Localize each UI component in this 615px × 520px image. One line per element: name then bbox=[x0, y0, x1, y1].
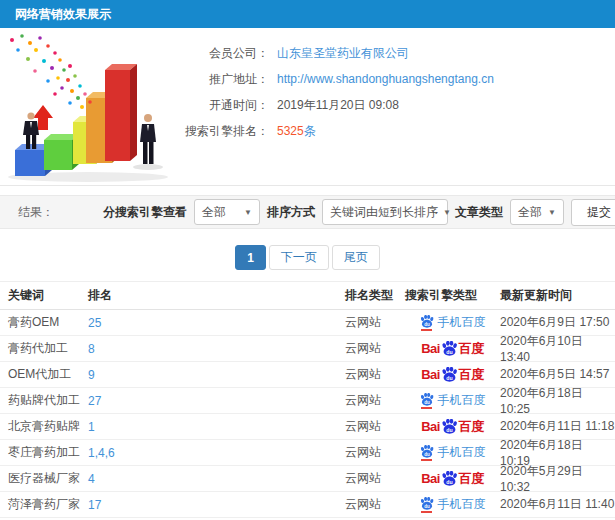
next-page-button[interactable]: 下一页 bbox=[269, 245, 329, 270]
keyword-cell: 药贴牌代加工 bbox=[8, 392, 88, 409]
result-label: 结果： bbox=[18, 204, 54, 221]
updated-cell: 2020年6月9日 17:50 bbox=[500, 314, 615, 331]
updated-cell: 2020年6月5日 14:57 bbox=[500, 366, 615, 383]
rank-type-cell: 云网站 bbox=[345, 340, 405, 357]
engine-type-cell: Bai du 百度 bbox=[405, 470, 500, 488]
baidu-text: 百度 bbox=[459, 470, 484, 488]
keyword-cell: 膏药OEM bbox=[8, 314, 88, 331]
table-row: 菏泽膏药厂家 17 云网站 du 手机百度 bbox=[0, 492, 615, 518]
engine-type-cell: Bai du 百度 bbox=[405, 418, 500, 436]
baidu-paw-icon: du bbox=[441, 419, 458, 434]
promo-url-link[interactable]: http://www.shandonghuangshengtang.cn bbox=[277, 72, 494, 86]
baidu-bai-text: Bai bbox=[421, 471, 440, 486]
rank-count-unit: 条 bbox=[304, 124, 316, 138]
keyword-cell: 医疗器械厂家 bbox=[8, 470, 88, 487]
baidu-bai-text: Bai bbox=[421, 341, 440, 356]
header-keyword: 关键词 bbox=[8, 287, 88, 304]
baidu-paw-icon: du bbox=[441, 367, 458, 382]
confetti-dots bbox=[10, 34, 92, 109]
rank-count: 5325 bbox=[277, 124, 304, 138]
rank-link[interactable]: 1,4,6 bbox=[88, 446, 115, 460]
rank-link[interactable]: 4 bbox=[88, 472, 95, 486]
baidu-paw-icon: du bbox=[420, 445, 434, 461]
baidu-paw-icon: du bbox=[441, 471, 458, 486]
updated-cell: 2020年5月29日 10:32 bbox=[500, 463, 615, 494]
mobile-baidu-label: 手机百度 bbox=[438, 314, 486, 331]
sort-select[interactable]: 关键词由短到长排序 ▼ bbox=[322, 199, 448, 225]
table-body: 膏药OEM 25 云网站 du 手机百度 bbox=[0, 310, 615, 518]
table-header-row: 关键词 排名 排名类型 搜索引擎类型 最新更新时间 bbox=[0, 281, 615, 310]
red-underline bbox=[421, 511, 432, 513]
rank-cell: 1 bbox=[88, 420, 345, 434]
article-type-label: 文章类型 bbox=[455, 204, 503, 221]
baidu-text: 百度 bbox=[459, 418, 484, 436]
engine-rank-label: 搜索引擎排名： bbox=[173, 123, 269, 140]
rank-type-cell: 云网站 bbox=[345, 366, 405, 383]
baidu-logo: Bai du 百度 bbox=[421, 340, 484, 358]
mobile-baidu-label: 手机百度 bbox=[438, 496, 486, 513]
updated-cell: 2020年6月11日 11:40 bbox=[500, 496, 615, 513]
baidu-logo: Bai du 百度 bbox=[421, 418, 484, 436]
rank-cell: 25 bbox=[88, 316, 345, 330]
svg-text:du: du bbox=[446, 479, 452, 485]
article-type-selected: 全部 bbox=[518, 204, 542, 221]
keyword-cell: 北京膏药贴牌 bbox=[8, 418, 88, 435]
header-updated: 最新更新时间 bbox=[500, 287, 615, 304]
svg-text:du: du bbox=[446, 375, 452, 381]
svg-text:du: du bbox=[446, 427, 452, 433]
chevron-down-icon: ▼ bbox=[244, 208, 252, 217]
engine-type-cell: du 手机百度 bbox=[405, 392, 500, 409]
engine-type-cell: du 手机百度 bbox=[405, 444, 500, 461]
keyword-cell: 膏药代加工 bbox=[8, 340, 88, 357]
baidu-bai-text: Bai bbox=[421, 419, 440, 434]
header-rank: 排名 bbox=[88, 287, 345, 304]
app-header: 网络营销效果展示 bbox=[0, 0, 615, 28]
rank-link[interactable]: 27 bbox=[88, 394, 101, 408]
baidu-paw-icon: du bbox=[420, 315, 434, 331]
svg-text:du: du bbox=[424, 503, 430, 508]
rank-cell: 8 bbox=[88, 342, 345, 356]
page-1-button[interactable]: 1 bbox=[235, 245, 266, 270]
svg-text:du: du bbox=[446, 349, 452, 355]
submit-button[interactable]: 提交 bbox=[571, 199, 615, 226]
rank-link[interactable]: 17 bbox=[88, 498, 101, 512]
article-type-select[interactable]: 全部 ▼ bbox=[510, 199, 564, 225]
engine-type-cell: Bai du 百度 bbox=[405, 366, 500, 384]
rank-cell: 27 bbox=[88, 394, 345, 408]
last-page-button[interactable]: 尾页 bbox=[332, 245, 380, 270]
mobile-baidu-logo: du 手机百度 bbox=[420, 496, 486, 513]
rank-type-cell: 云网站 bbox=[345, 392, 405, 409]
updated-cell: 2020年6月10日 13:40 bbox=[500, 333, 615, 364]
updated-cell: 2020年6月18日 10:25 bbox=[500, 385, 615, 416]
table-row: 膏药代加工 8 云网站 Bai du 百度 2020年6月10日 13:40 bbox=[0, 336, 615, 362]
rank-link[interactable]: 8 bbox=[88, 342, 95, 356]
chevron-down-icon: ▼ bbox=[548, 208, 556, 217]
mobile-baidu-logo: du 手机百度 bbox=[420, 392, 486, 409]
keyword-cell: OEM代加工 bbox=[8, 366, 88, 383]
red-underline bbox=[421, 459, 432, 461]
baidu-paw-icon: du bbox=[420, 393, 434, 409]
rank-link[interactable]: 1 bbox=[88, 420, 95, 434]
baidu-logo: Bai du 百度 bbox=[421, 470, 484, 488]
rank-type-cell: 云网站 bbox=[345, 444, 405, 461]
svg-text:du: du bbox=[424, 399, 430, 404]
rank-type-cell: 云网站 bbox=[345, 418, 405, 435]
svg-text:du: du bbox=[424, 451, 430, 456]
company-link[interactable]: 山东皇圣堂药业有限公司 bbox=[277, 45, 409, 62]
rank-cell: 17 bbox=[88, 498, 345, 512]
rank-link[interactable]: 25 bbox=[88, 316, 101, 330]
red-underline bbox=[421, 407, 432, 409]
bar-chart-illustration bbox=[0, 28, 185, 185]
bar-red bbox=[105, 64, 137, 161]
baidu-text: 百度 bbox=[459, 340, 484, 358]
promo-url-label: 推广地址： bbox=[185, 71, 269, 88]
engine-view-selected: 全部 bbox=[202, 204, 226, 221]
engine-type-cell: du 手机百度 bbox=[405, 496, 500, 513]
mobile-baidu-label: 手机百度 bbox=[438, 392, 486, 409]
filter-bar: 结果： 分搜索引擎查看 全部 ▼ 排序方式 关键词由短到长排序 ▼ 文章类型 全… bbox=[0, 195, 615, 229]
engine-type-cell: du 手机百度 bbox=[405, 314, 500, 331]
rank-link[interactable]: 9 bbox=[88, 368, 95, 382]
engine-type-cell: Bai du 百度 bbox=[405, 340, 500, 358]
section-divider bbox=[0, 185, 615, 186]
engine-view-select[interactable]: 全部 ▼ bbox=[194, 199, 260, 225]
